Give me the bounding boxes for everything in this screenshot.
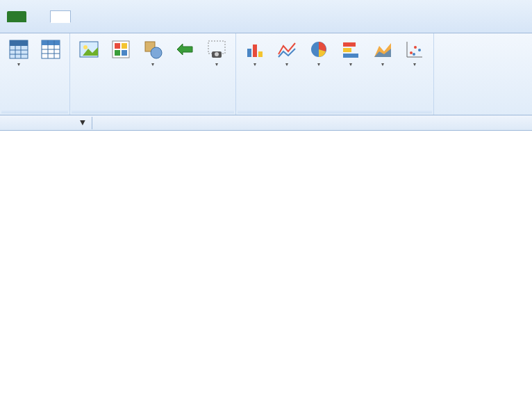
tab-formula[interactable] <box>90 11 110 22</box>
svg-point-21 <box>151 47 162 58</box>
svg-rect-1 <box>10 40 28 46</box>
column-chart-button[interactable]: ▾ <box>239 36 271 69</box>
tab-layout[interactable] <box>71 11 90 22</box>
svg-rect-7 <box>42 40 60 45</box>
bar-chart-icon <box>339 38 363 61</box>
svg-rect-26 <box>247 49 251 57</box>
ribbon-tabs <box>0 0 532 33</box>
smartart-button[interactable] <box>169 36 201 64</box>
chevron-down-icon: ▾ <box>381 61 384 67</box>
svg-point-25 <box>215 52 219 56</box>
pie-chart-icon <box>307 38 331 61</box>
svg-rect-30 <box>343 42 356 47</box>
clipart-icon <box>109 38 133 61</box>
formula-bar: ▼ <box>0 115 532 131</box>
group-charts: ▾ ▾ ▾ ▾ <box>236 33 434 115</box>
svg-point-40 <box>413 53 415 56</box>
shapes-button[interactable]: ▾ <box>137 36 169 69</box>
pie-chart-button[interactable]: ▾ <box>303 36 335 69</box>
line-chart-icon <box>275 38 299 61</box>
smartart-icon <box>173 38 197 61</box>
tab-insert[interactable] <box>50 10 71 23</box>
screenshot-button[interactable]: ▾ <box>201 36 233 69</box>
group-illus-label <box>72 111 234 113</box>
scatter-chart-button[interactable]: ▾ <box>399 36 431 69</box>
table-button[interactable] <box>35 36 67 64</box>
svg-marker-22 <box>177 44 192 55</box>
svg-point-37 <box>410 51 413 54</box>
ribbon: ▾ <box>0 33 532 115</box>
area-chart-icon <box>371 38 394 61</box>
svg-rect-18 <box>115 50 120 56</box>
pivot-table-button[interactable]: ▾ <box>3 36 35 69</box>
column-chart-icon <box>243 38 267 61</box>
scatter-chart-icon <box>403 38 426 61</box>
tab-home[interactable] <box>31 11 50 22</box>
chevron-down-icon: ▾ <box>413 61 416 67</box>
svg-point-38 <box>414 46 417 49</box>
tab-dev[interactable] <box>168 11 188 22</box>
table-icon <box>39 38 63 61</box>
tab-file[interactable] <box>7 11 26 22</box>
chevron-down-icon: ▾ <box>317 61 320 67</box>
chevron-down-icon: ▾ <box>253 61 256 67</box>
clipart-button[interactable] <box>105 36 137 64</box>
tab-view[interactable] <box>149 11 168 22</box>
group-tables-label <box>1 111 68 113</box>
tab-review[interactable] <box>129 11 149 22</box>
chevron-down-icon: ▾ <box>17 61 20 67</box>
svg-rect-28 <box>258 51 263 57</box>
svg-rect-19 <box>122 50 127 56</box>
svg-rect-17 <box>122 43 127 49</box>
svg-rect-31 <box>343 48 351 52</box>
area-chart-button[interactable]: ▾ <box>367 36 399 69</box>
chevron-down-icon: ▾ <box>349 61 352 67</box>
group-illustrations: ▾ ▾ <box>70 33 236 115</box>
bar-chart-button[interactable]: ▾ <box>335 36 367 69</box>
picture-icon <box>77 38 101 61</box>
group-charts-label <box>238 111 432 113</box>
screenshot-icon <box>205 38 228 61</box>
chevron-down-icon: ▾ <box>151 61 154 67</box>
group-tables: ▾ <box>0 33 70 115</box>
chevron-down-icon: ▾ <box>285 61 288 67</box>
chevron-down-icon: ▾ <box>215 61 218 67</box>
shapes-icon <box>141 38 165 61</box>
pivot-table-icon <box>7 38 31 61</box>
svg-point-13 <box>83 45 88 49</box>
watermark <box>507 387 524 396</box>
picture-button[interactable] <box>73 36 105 64</box>
svg-rect-27 <box>253 45 257 57</box>
line-chart-button[interactable]: ▾ <box>271 36 303 69</box>
name-box-dropdown[interactable]: ▼ <box>76 118 89 128</box>
svg-rect-32 <box>343 54 358 58</box>
svg-rect-16 <box>115 43 120 49</box>
svg-point-39 <box>418 49 421 51</box>
tab-data[interactable] <box>110 11 129 22</box>
